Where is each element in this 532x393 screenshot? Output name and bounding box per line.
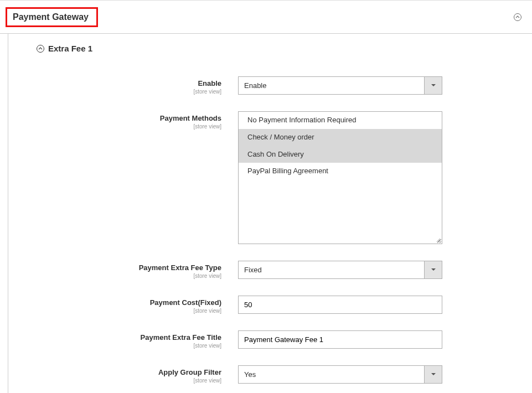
field-payment-methods: Payment Methods [store view] No Payment … [36, 111, 532, 244]
field-label: Payment Methods [36, 114, 221, 123]
field-label: Payment Cost(Fixed) [36, 298, 221, 307]
apply-group-select[interactable]: Yes [238, 365, 442, 384]
field-fee-title: Payment Extra Fee Title [store view] [36, 330, 532, 349]
enable-select[interactable]: Enable [238, 76, 442, 95]
subsection-header[interactable]: Extra Fee 1 [36, 44, 532, 60]
svg-point-1 [37, 45, 44, 52]
field-scope: [store view] [36, 343, 221, 349]
fee-type-select[interactable]: Fixed [238, 261, 442, 279]
field-scope: [store view] [36, 273, 221, 279]
multiselect-option[interactable]: Cash On Delivery [239, 146, 442, 163]
svg-point-0 [514, 14, 521, 21]
section-title-highlight: Payment Gateway [6, 7, 98, 27]
field-scope: [store view] [36, 308, 221, 314]
field-scope: [store view] [36, 378, 221, 384]
select-value: Yes [238, 365, 442, 384]
field-label: Apply Group Filter [36, 368, 221, 377]
field-fee-type: Payment Extra Fee Type [store view] Fixe… [36, 261, 532, 279]
cost-fixed-input[interactable] [238, 296, 442, 314]
multiselect-option[interactable]: PayPal Billing Agreement [239, 163, 442, 180]
multiselect-option[interactable]: Check / Money order [239, 129, 442, 146]
field-enable: Enable [store view] Enable [36, 76, 532, 95]
field-label: Payment Extra Fee Type [36, 263, 221, 272]
field-scope: [store view] [36, 89, 221, 95]
resize-handle-icon[interactable] [435, 236, 441, 243]
fee-title-input[interactable] [238, 330, 442, 349]
field-label: Payment Extra Fee Title [36, 333, 221, 342]
section-header[interactable]: Payment Gateway [0, 1, 532, 34]
payment-methods-multiselect[interactable]: No Payment Information RequiredCheck / M… [238, 111, 442, 244]
chevron-up-icon [36, 44, 45, 53]
chevron-up-icon[interactable] [513, 13, 522, 22]
select-value: Fixed [238, 261, 442, 279]
section-title: Payment Gateway [13, 12, 89, 22]
field-scope: [store view] [36, 123, 221, 130]
subsection-title: Extra Fee 1 [48, 44, 92, 53]
field-cost-fixed: Payment Cost(Fixed) [store view] [36, 296, 532, 314]
field-label: Enable [36, 79, 221, 88]
select-value: Enable [238, 76, 442, 95]
field-apply-group: Apply Group Filter [store view] Yes [36, 365, 532, 384]
multiselect-option[interactable]: No Payment Information Required [239, 112, 442, 129]
